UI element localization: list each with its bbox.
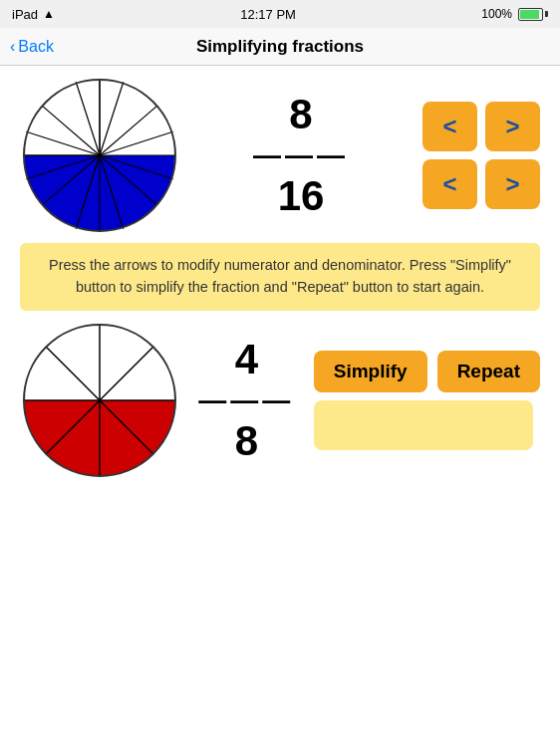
top-arrow-group: < > < > xyxy=(422,102,540,209)
repeat-button[interactable]: Repeat xyxy=(437,351,540,392)
top-fraction-section: 8 ——— 16 < > < > xyxy=(20,76,540,235)
bottom-fraction-display: 4 ——— 8 xyxy=(198,339,294,462)
status-right: 100% xyxy=(481,7,548,21)
bottom-denominator: 8 xyxy=(235,420,258,462)
main-content: 8 ——— 16 < > < > Press the arrows to mod… xyxy=(0,66,560,747)
top-numerator-increase-button[interactable]: > xyxy=(485,102,540,151)
status-left: iPad ▲ xyxy=(12,7,55,22)
top-denominator-decrease-button[interactable]: < xyxy=(422,159,477,209)
result-placeholder xyxy=(314,400,533,450)
top-fraction-line: ——— xyxy=(253,139,349,171)
top-circle xyxy=(20,76,179,235)
bottom-numerator: 4 xyxy=(235,339,258,380)
action-button-area: Simplify Repeat xyxy=(314,351,540,450)
back-button[interactable]: ‹ Back xyxy=(10,38,54,56)
time-label: 12:17 PM xyxy=(240,7,296,22)
top-denominator-increase-button[interactable]: > xyxy=(485,159,540,209)
instruction-text: Press the arrows to modify numerator and… xyxy=(49,257,511,295)
top-denominator-arrows: < > xyxy=(422,159,540,209)
top-denominator: 16 xyxy=(278,175,325,217)
battery-icon xyxy=(518,8,548,21)
instruction-box: Press the arrows to modify numerator and… xyxy=(20,243,540,311)
bottom-circle xyxy=(20,321,179,480)
top-numerator: 8 xyxy=(289,94,312,135)
bottom-circle-svg xyxy=(20,321,179,480)
back-label: Back xyxy=(18,38,54,56)
wifi-icon: ▲ xyxy=(43,7,55,21)
battery-percent: 100% xyxy=(481,7,512,21)
top-numerator-arrows: < > xyxy=(422,102,540,151)
top-circle-svg xyxy=(20,76,179,235)
nav-bar: ‹ Back Simplifying fractions xyxy=(0,28,560,66)
top-numerator-decrease-button[interactable]: < xyxy=(422,102,477,151)
simplify-button[interactable]: Simplify xyxy=(314,351,427,392)
top-fraction-display: 8 ——— 16 xyxy=(253,94,349,217)
bottom-fraction-line: ——— xyxy=(198,384,294,416)
status-bar: iPad ▲ 12:17 PM 100% xyxy=(0,0,560,28)
action-buttons-row: Simplify Repeat xyxy=(314,351,540,392)
bottom-fraction-section: 4 ——— 8 Simplify Repeat xyxy=(20,321,540,480)
carrier-label: iPad xyxy=(12,7,38,22)
chevron-left-icon: ‹ xyxy=(10,38,15,56)
page-title: Simplifying fractions xyxy=(196,37,364,57)
